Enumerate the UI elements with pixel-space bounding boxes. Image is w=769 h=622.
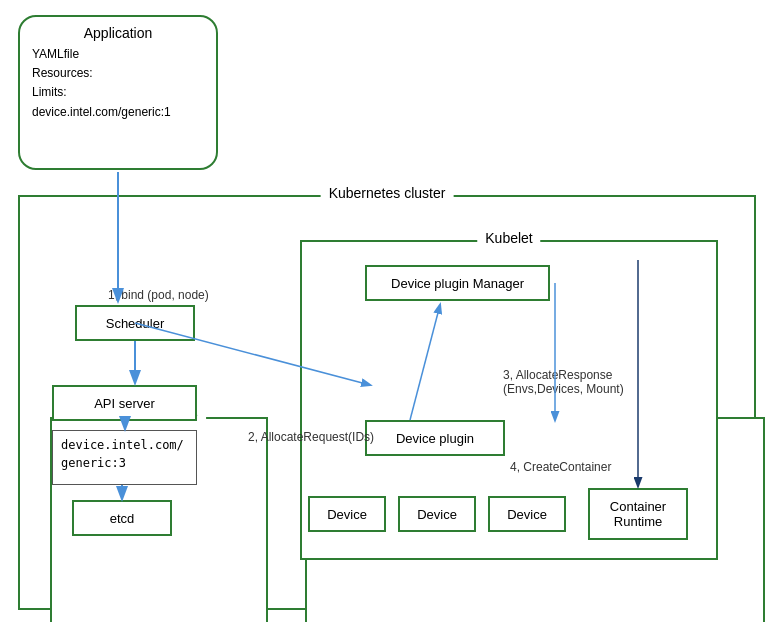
app-resources: Resources: (32, 64, 204, 83)
container-runtime-box: ContainerRuntime (588, 488, 688, 540)
dp-box: Device plugin (365, 420, 505, 456)
device-label-1: Device (327, 507, 367, 522)
etcd-box: etcd (72, 500, 172, 536)
scheduler-label: Scheduler (106, 316, 165, 331)
dp-label: Device plugin (396, 431, 474, 446)
app-yaml: YAMLfile (32, 45, 204, 64)
device-code-line2: generic:3 (61, 454, 188, 472)
dpm-label: Device plugin Manager (391, 276, 524, 291)
device-code-box: device.intel.com/ generic:3 (52, 430, 197, 485)
scheduler-box: Scheduler (75, 305, 195, 341)
etcd-label: etcd (110, 511, 135, 526)
api-server-box: API server (52, 385, 197, 421)
diagram: Application YAMLfile Resources: Limits: … (0, 0, 769, 622)
k8s-cluster-label: Kubernetes cluster (321, 185, 454, 201)
device-box-1: Device (308, 496, 386, 532)
arrow-label-1-bind: 1, bind (pod, node) (108, 288, 209, 302)
device-box-2: Device (398, 496, 476, 532)
cr-label: ContainerRuntime (610, 499, 666, 529)
app-title: Application (32, 25, 204, 41)
arrow-label-2-alloc: 2, AllocateRequest(IDs) (248, 430, 374, 444)
arrow-label-4-create: 4, CreateContainer (510, 460, 611, 474)
device-label-2: Device (417, 507, 457, 522)
device-label-3: Device (507, 507, 547, 522)
kubelet-label: Kubelet (477, 230, 540, 246)
dpm-box: Device plugin Manager (365, 265, 550, 301)
app-content: YAMLfile Resources: Limits: device.intel… (32, 45, 204, 122)
device-box-3: Device (488, 496, 566, 532)
arrow-label-3-resp: 3, AllocateResponse (Envs,Devices, Mount… (503, 368, 624, 396)
app-device: device.intel.com/generic:1 (32, 103, 204, 122)
application-box: Application YAMLfile Resources: Limits: … (18, 15, 218, 170)
api-server-label: API server (94, 396, 155, 411)
app-limits: Limits: (32, 83, 204, 102)
device-code-line1: device.intel.com/ (61, 436, 188, 454)
